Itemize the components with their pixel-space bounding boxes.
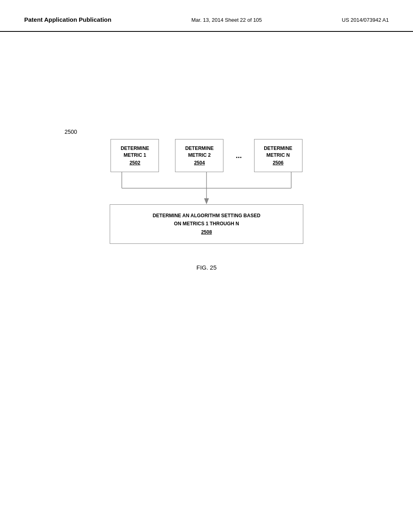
connector-lines <box>86 172 327 204</box>
box-2502-line2: METRIC 1 <box>123 152 146 158</box>
svg-marker-5 <box>204 198 209 204</box>
box-2508-line1: DETERMINE AN ALGORITHM SETTING BASED <box>152 213 260 218</box>
box-2506-line1: DETERMINE <box>264 145 292 151</box>
figure-label: FIG. 25 <box>196 264 217 271</box>
box-2502-line1: DETERMINE <box>121 145 149 151</box>
diagram-container: 2500 DETERMINE METRIC 1 2502 DETERMINE M… <box>24 129 389 271</box>
header-patent-number: US 2014/073942 A1 <box>342 17 389 23</box>
connector-svg <box>86 172 327 204</box>
ellipsis-separator: ... <box>236 152 242 160</box>
page-content: 2500 DETERMINE METRIC 1 2502 DETERMINE M… <box>0 32 413 295</box>
patent-page: Patent Application Publication Mar. 13, … <box>0 0 413 532</box>
diagram-id-label: 2500 <box>65 129 77 135</box>
box-2506-line2: METRIC N <box>267 152 290 158</box>
box-2502-id: 2502 <box>119 160 150 166</box>
diagram-top-row: DETERMINE METRIC 1 2502 DETERMINE METRIC… <box>24 139 389 172</box>
box-2504-id: 2504 <box>184 160 215 166</box>
box-2504: DETERMINE METRIC 2 2504 <box>175 139 223 172</box>
box-2504-line2: METRIC 2 <box>188 152 211 158</box>
header-sheet-info: Mar. 13, 2014 Sheet 22 of 105 <box>191 17 262 23</box>
box-2504-line1: DETERMINE <box>185 145 214 151</box>
box-2508-id: 2508 <box>122 229 291 236</box>
page-header: Patent Application Publication Mar. 13, … <box>0 0 413 32</box>
box-2506-id: 2506 <box>263 160 294 166</box>
header-title: Patent Application Publication <box>24 16 111 23</box>
box-2506: DETERMINE METRIC N 2506 <box>254 139 302 172</box>
box-2508-line2: ON METRICS 1 THROUGH N <box>174 221 239 227</box>
box-2508: DETERMINE AN ALGORITHM SETTING BASED ON … <box>110 204 303 244</box>
box-2502: DETERMINE METRIC 1 2502 <box>111 139 159 172</box>
